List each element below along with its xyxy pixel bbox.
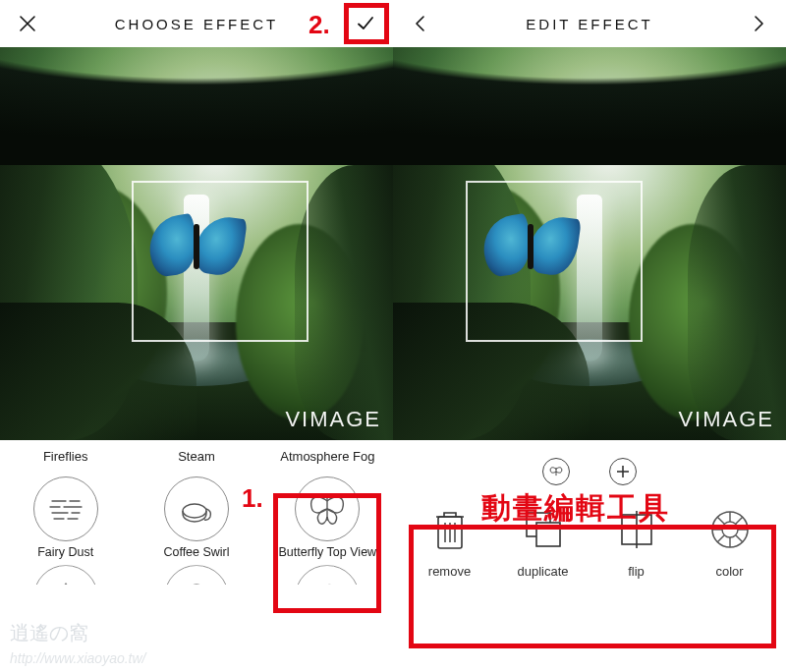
chevron-right-icon: [750, 15, 767, 32]
tool-label: flip: [628, 564, 645, 579]
tool-label: remove: [428, 564, 471, 579]
svg-line-28: [736, 517, 743, 524]
effect-row1-labels: Fireflies Steam Atmosphere Fog: [0, 446, 393, 473]
header-title: CHOOSE EFFECT: [41, 16, 352, 32]
check-icon: [355, 13, 376, 34]
effect-picker: Fireflies Steam Atmosphere Fog Fairy Dus…: [0, 440, 393, 672]
effect-label[interactable]: Atmosphere Fog: [262, 446, 393, 473]
confirm-button[interactable]: [352, 10, 379, 37]
butterfly-effect-overlay[interactable]: [483, 216, 578, 279]
effect-label: Fairy Dust: [37, 545, 93, 559]
effect-label[interactable]: Fireflies: [0, 446, 131, 473]
svg-line-26: [717, 517, 724, 524]
fairy-dust-icon: [46, 489, 85, 529]
butterfly-icon: [306, 487, 349, 531]
app-watermark: VIMAGE: [285, 407, 381, 432]
prev-button[interactable]: [407, 10, 434, 37]
screen-choose-effect: CHOOSE EFFECT VIMAGE Fireflies Steam Atm…: [0, 0, 393, 672]
butterfly-effect-overlay[interactable]: [149, 216, 244, 279]
svg-rect-17: [536, 523, 560, 546]
svg-line-29: [717, 535, 724, 542]
header-choose: CHOOSE EFFECT: [0, 0, 393, 47]
app-watermark: VIMAGE: [678, 407, 774, 432]
page-watermark-url: http://www.xiaoyao.tw/: [10, 650, 146, 666]
effect-butterfly-top[interactable]: Butterfly Top View: [262, 473, 393, 565]
header-edit: EDIT EFFECT: [393, 0, 786, 47]
effect-fairy-dust[interactable]: Fairy Dust: [0, 473, 131, 565]
flip-icon: [614, 507, 659, 552]
plus-circle-icon: [614, 463, 632, 480]
duplicate-icon: [521, 507, 566, 552]
preview-image-left[interactable]: VIMAGE: [0, 47, 393, 440]
effect-label[interactable]: Steam: [131, 446, 261, 473]
color-wheel-icon: [707, 507, 753, 552]
tool-duplicate[interactable]: duplicate: [504, 507, 583, 579]
butterfly-outline-icon: [547, 463, 565, 480]
effect-partial-3[interactable]: [262, 561, 393, 636]
tool-flip[interactable]: flip: [597, 507, 676, 579]
chevron-left-icon: [412, 15, 429, 32]
svg-point-8: [183, 504, 206, 518]
tab-add-effect[interactable]: [609, 458, 637, 485]
tool-label: color: [715, 564, 743, 579]
effect-coffee-swirl[interactable]: Coffee Swirl: [131, 473, 261, 565]
effect-partial-1[interactable]: [0, 561, 131, 636]
header-title: EDIT EFFECT: [434, 16, 745, 32]
effect-row3-partial: [0, 561, 393, 636]
preview-image-right[interactable]: VIMAGE: [393, 47, 786, 440]
next-button[interactable]: [745, 10, 772, 37]
tool-remove[interactable]: remove: [411, 507, 489, 579]
trash-icon: [430, 507, 470, 552]
svg-line-27: [736, 535, 743, 542]
moon-icon: [308, 578, 347, 617]
effect-row2: Fairy Dust Coffee Swirl Butterfly Top Vi…: [0, 473, 393, 565]
tool-label: duplicate: [517, 564, 568, 579]
edit-panel: remove duplicate flip color: [393, 440, 786, 672]
svg-point-9: [188, 585, 205, 602]
edit-tools: remove duplicate flip color: [393, 493, 786, 587]
tutorial-image: CHOOSE EFFECT VIMAGE Fireflies Steam Atm…: [0, 0, 786, 672]
droplet-icon: [46, 578, 85, 617]
coffee-swirl-icon: [177, 489, 216, 529]
effect-label: Butterfly Top View: [279, 545, 377, 559]
screen-edit-effect: EDIT EFFECT VIMAGE: [393, 0, 786, 672]
tool-color[interactable]: color: [691, 507, 769, 579]
tab-effect-butterfly[interactable]: [542, 458, 570, 485]
bulb-icon: [177, 578, 216, 617]
close-button[interactable]: [14, 10, 41, 37]
effect-tabs: [393, 446, 786, 493]
close-icon: [18, 14, 37, 33]
svg-point-21: [722, 522, 738, 537]
effect-partial-2[interactable]: [131, 561, 261, 636]
effect-label: Coffee Swirl: [163, 545, 229, 559]
